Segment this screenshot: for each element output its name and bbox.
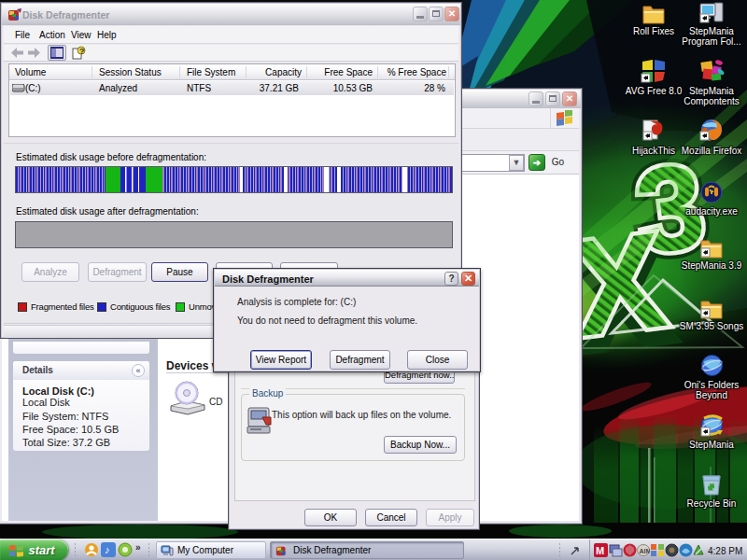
svg-text:AIM: AIM [640, 548, 651, 554]
svg-text:♪: ♪ [105, 544, 110, 555]
svg-text:M: M [596, 545, 604, 556]
svg-text:?: ? [79, 47, 85, 56]
